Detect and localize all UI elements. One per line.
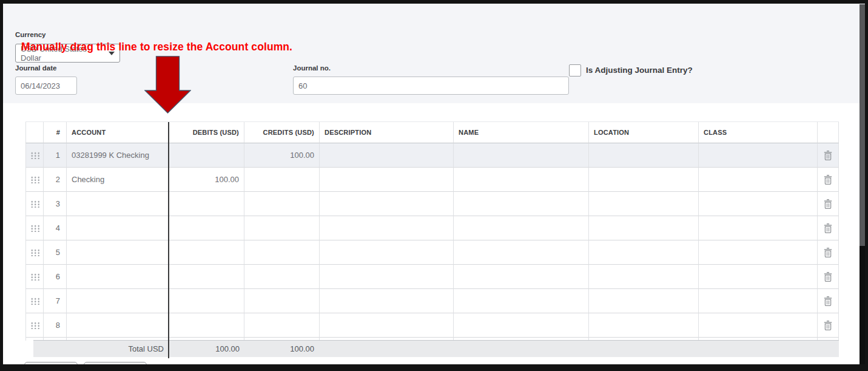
drag-handle[interactable] [25,192,44,216]
class-cell[interactable] [699,143,818,168]
location-cell[interactable] [589,168,699,192]
header-name: NAME [454,122,589,143]
credits-cell[interactable]: 100.00 [244,143,320,168]
table-row: 8 [25,313,839,338]
credits-cell[interactable] [244,313,320,338]
location-cell[interactable] [589,289,699,313]
credits-cell[interactable] [244,168,320,192]
adjusting-entry-checkbox[interactable] [569,64,581,77]
delete-row-button[interactable] [818,216,839,240]
journal-table: # ACCOUNT DEBITS (USD) CREDITS (USD) DES… [25,121,839,341]
description-cell[interactable] [320,143,454,168]
location-cell[interactable] [589,143,699,168]
account-cell[interactable] [67,265,169,289]
drag-handle[interactable] [25,289,44,313]
header-credits: CREDITS (USD) [244,122,320,143]
column-resize-line[interactable] [168,122,169,358]
journal-no-input[interactable] [293,77,569,95]
debits-cell[interactable] [169,289,244,313]
delete-row-button[interactable] [818,168,839,192]
debits-cell[interactable] [169,240,244,265]
delete-row-button[interactable] [818,143,839,168]
location-cell[interactable] [589,313,699,338]
table-row: 5 [25,240,839,265]
account-cell[interactable] [67,192,169,216]
name-cell[interactable] [454,289,589,313]
account-cell[interactable] [67,313,169,338]
account-cell[interactable]: Checking [67,168,169,192]
credits-cell[interactable] [244,216,320,240]
description-cell[interactable] [320,289,454,313]
delete-row-button[interactable] [818,289,839,313]
name-cell[interactable] [454,168,589,192]
description-cell[interactable] [320,216,454,240]
name-cell[interactable] [454,313,589,338]
credits-cell[interactable] [244,265,320,289]
account-cell[interactable] [67,216,169,240]
debits-cell[interactable]: 100.00 [169,168,244,192]
header-num: # [44,122,67,143]
description-cell[interactable] [320,168,454,192]
class-cell[interactable] [699,265,818,289]
description-cell[interactable] [320,265,454,289]
description-cell[interactable] [320,240,454,265]
vertical-scrollbar-track[interactable] [860,246,865,364]
drag-handle[interactable] [25,313,44,338]
delete-row-button[interactable] [818,313,839,338]
debits-cell[interactable] [169,313,244,338]
total-credits: 100.00 [241,344,314,353]
class-cell[interactable] [699,192,818,216]
debits-cell[interactable] [169,265,244,289]
class-cell[interactable] [699,168,818,192]
credits-cell[interactable] [244,289,320,313]
account-cell[interactable] [67,240,169,265]
trash-icon [824,321,832,330]
delete-row-button[interactable] [818,192,839,216]
table-row: 1 03281999 K Checking 100.00 [25,143,839,168]
description-cell[interactable] [320,313,454,338]
row-number: 5 [44,240,67,265]
row-number: 7 [44,289,67,313]
location-cell[interactable] [589,240,699,265]
account-cell[interactable] [67,289,169,313]
journal-date-label: Journal date [15,64,56,72]
drag-handle-icon [30,151,39,159]
delete-row-button[interactable] [818,265,839,289]
vertical-scrollbar-thumb[interactable] [860,4,865,246]
total-debits: 100.00 [167,344,240,353]
header-location: LOCATION [589,122,699,143]
table-header-row: # ACCOUNT DEBITS (USD) CREDITS (USD) DES… [25,122,839,143]
class-cell[interactable] [699,289,818,313]
name-cell[interactable] [454,192,589,216]
drag-handle[interactable] [25,265,44,289]
debits-cell[interactable] [169,192,244,216]
header-trash-cell [818,122,839,143]
class-cell[interactable] [699,313,818,338]
name-cell[interactable] [454,216,589,240]
description-cell[interactable] [320,192,454,216]
debits-cell[interactable] [169,216,244,240]
debits-cell[interactable] [169,143,244,168]
location-cell[interactable] [589,216,699,240]
credits-cell[interactable] [244,192,320,216]
journal-no-label: Journal no. [293,64,331,72]
drag-handle[interactable] [25,143,44,168]
location-cell[interactable] [589,265,699,289]
credits-cell[interactable] [244,240,320,265]
name-cell[interactable] [454,240,589,265]
table-row: 2 Checking 100.00 [25,168,839,192]
drag-handle[interactable] [25,168,44,192]
account-cell[interactable]: 03281999 K Checking [67,143,169,168]
class-cell[interactable] [699,216,818,240]
delete-row-button[interactable] [818,240,839,265]
journal-date-input[interactable] [15,77,77,95]
drag-handle[interactable] [25,216,44,240]
location-cell[interactable] [589,192,699,216]
table-row: 3 [25,192,839,216]
name-cell[interactable] [454,265,589,289]
drag-handle-icon [30,224,39,232]
name-cell[interactable] [454,143,589,168]
class-cell[interactable] [699,240,818,265]
header-class: CLASS [699,122,818,143]
drag-handle[interactable] [25,240,44,265]
